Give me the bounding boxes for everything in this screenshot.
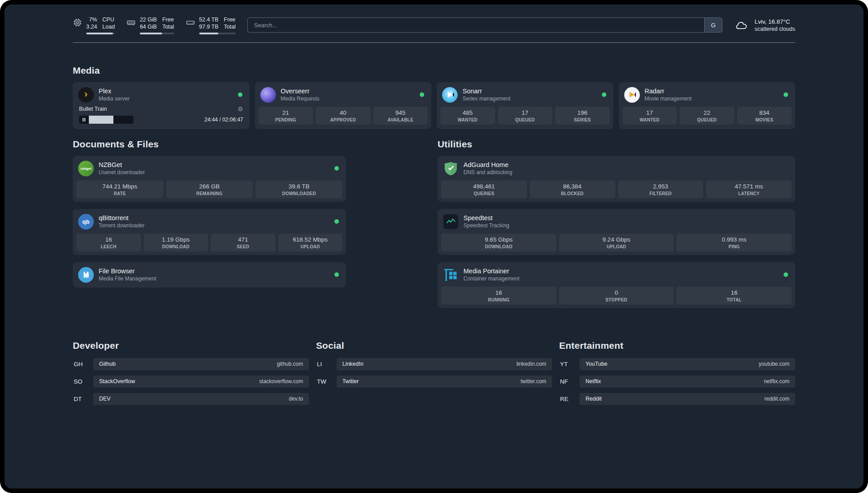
overseerr-card[interactable]: Overseerr Media Requests 21 PENDING 40 A… — [255, 82, 432, 129]
adguard-icon — [443, 161, 459, 176]
bookmark-abbr: YT — [559, 361, 574, 368]
bookmark-name: StackOverflow — [99, 378, 135, 384]
bookmark-stackoverflow[interactable]: SO StackOverflow stackoverflow.com — [73, 376, 309, 388]
radarr-desc: Movie management — [645, 96, 692, 102]
bookmark-dev[interactable]: DT DEV dev.to — [73, 393, 309, 405]
bookmark-youtube[interactable]: YT YouTube youtube.com — [559, 358, 795, 370]
bookmark-reddit[interactable]: RE Reddit reddit.com — [559, 393, 795, 405]
media-section: Media › Plex Media server Bullet Train ⚙ — [73, 65, 795, 129]
bookmark-twitter[interactable]: TW Twitter twitter.com — [316, 376, 552, 388]
overseerr-icon — [260, 87, 276, 103]
qbittorrent-card[interactable]: qb qBittorrent Torrent downloader 16 LEE… — [73, 209, 346, 255]
developer-section-title: Developer — [73, 340, 309, 351]
weather-location: Lviv, 16.87°C — [755, 18, 795, 25]
topbar-divider — [73, 42, 795, 43]
bookmark-name: LinkedIn — [342, 361, 363, 367]
stat-value: 16 — [442, 289, 555, 296]
qbittorrent-status-dot — [334, 219, 339, 224]
memory-icon — [126, 18, 136, 27]
portainer-icon — [443, 267, 459, 283]
gear-icon[interactable]: ⚙ — [238, 106, 243, 112]
bookmark-linkedin[interactable]: LI LinkedIn linkedin.com — [316, 358, 552, 370]
search-input[interactable] — [248, 18, 704, 32]
stat-value: 0.993 ms — [677, 236, 791, 243]
qbittorrent-stat-upload: 618.52 Mbps UPLOAD — [278, 234, 343, 251]
plex-name: Plex — [99, 88, 129, 95]
portainer-desc: Container management — [463, 276, 519, 282]
bookmark-github[interactable]: GH Github github.com — [73, 358, 309, 370]
nzbget-status-dot — [334, 166, 339, 171]
disk-icon — [186, 18, 195, 27]
bookmark-domain: netflix.com — [764, 378, 789, 384]
stat-label: QUEUED — [499, 117, 552, 122]
bookmark-netflix[interactable]: NF Netflix netflix.com — [559, 376, 795, 388]
bookmark-name: Twitter — [342, 378, 359, 384]
overseerr-name: Overseerr — [281, 88, 320, 95]
utilities-section-title: Utilities — [438, 139, 795, 150]
stat-label: UPLOAD — [560, 244, 673, 249]
pause-button[interactable] — [79, 116, 89, 124]
bookmark-domain: youtube.com — [759, 361, 789, 367]
qbittorrent-stat-seed: 471 SEED — [211, 234, 275, 251]
bookmark-domain: twitter.com — [521, 378, 546, 384]
bookmark-abbr: TW — [316, 378, 331, 385]
radarr-name: Radarr — [645, 88, 692, 95]
portainer-card[interactable]: Media Portainer Container management 16 … — [438, 262, 795, 308]
radarr-stat-movies: 834 MOVIES — [737, 107, 792, 125]
plex-icon: › — [78, 87, 94, 103]
stat-value: 0 — [560, 289, 673, 296]
stat-label: WANTED — [623, 117, 676, 122]
plex-desc: Media server — [99, 96, 129, 102]
nzbget-stat-remaining: 266 GB REMAINING — [166, 180, 253, 198]
stat-label: PING — [677, 244, 791, 249]
nzbget-card[interactable]: nzbget NZBGet Usenet downloader 744.21 M… — [73, 156, 346, 202]
adguard-desc: DNS and adblocking — [463, 169, 512, 175]
nzbget-name: NZBGet — [99, 161, 145, 168]
memory-free-label: Free — [162, 16, 174, 23]
qbittorrent-stat-leech: 16 LEECH — [76, 234, 141, 251]
speedtest-card[interactable]: Speedtest Speedtest Tracking 9.65 Gbps D… — [438, 209, 795, 255]
speedtest-stat-ping: 0.993 ms PING — [676, 234, 792, 251]
stat-value: 47.571 ms — [707, 183, 791, 190]
stat-value: 471 — [212, 236, 275, 243]
stat-label: DOWNLOADED — [256, 191, 342, 196]
stat-label: REMAINING — [167, 191, 252, 196]
sonarr-stat-queued: 17 QUEUED — [498, 107, 553, 125]
stat-value: 834 — [738, 109, 791, 116]
bookmark-abbr: LI — [316, 361, 331, 368]
qbittorrent-desc: Torrent downloader — [99, 222, 145, 229]
stat-value: 945 — [374, 109, 427, 116]
cpu-load-label: Load — [102, 23, 115, 30]
bookmark-name: Github — [99, 361, 116, 367]
qbittorrent-name: qBittorrent — [99, 214, 145, 221]
filebrowser-card[interactable]: File Browser Media File Management — [73, 262, 346, 288]
disk-total-value: 97.9 TB — [199, 23, 219, 30]
stat-label: DOWNLOAD — [145, 244, 208, 249]
player-progress — [79, 116, 134, 124]
radarr-card[interactable]: Radarr Movie management 17 WANTED 22 QUE… — [619, 82, 796, 129]
memory-widget: 22 GiB Free 64 GiB Total — [126, 16, 174, 34]
plex-card[interactable]: › Plex Media server Bullet Train ⚙ — [73, 82, 250, 129]
overseerr-stat-approved: 40 APPROVED — [316, 107, 371, 125]
adguard-card[interactable]: AdGuard Home DNS and adblocking 498,461 … — [438, 156, 795, 202]
overseerr-desc: Media Requests — [281, 96, 320, 102]
stat-label: QUERIES — [442, 191, 526, 196]
stat-value: 196 — [556, 109, 609, 116]
stat-label: FILTERED — [619, 191, 703, 196]
speedtest-stat-upload: 9.24 Gbps UPLOAD — [559, 234, 674, 251]
sonarr-card[interactable]: Sonarr Series management 485 WANTED 17 Q… — [437, 82, 613, 129]
overseerr-stat-pending: 21 PENDING — [259, 107, 313, 125]
adguard-name: AdGuard Home — [463, 161, 512, 168]
bookmarks-developer: Developer GH Github github.com SO StackO… — [73, 340, 309, 410]
stat-value: 618.52 Mbps — [279, 236, 342, 243]
stat-label: SEED — [212, 244, 275, 249]
bookmark-name: YouTube — [585, 361, 607, 367]
plex-now-playing: Bullet Train ⚙ 24:44 / 02:06:47 — [76, 106, 246, 125]
bookmark-abbr: RE — [559, 396, 574, 402]
stat-label: RUNNING — [442, 297, 555, 302]
filebrowser-icon — [78, 267, 94, 283]
qbittorrent-stat-download: 1.19 Gbps DOWNLOAD — [144, 234, 209, 251]
stat-value: 16 — [677, 289, 791, 296]
stat-label: DOWNLOAD — [442, 244, 555, 249]
search-provider-button[interactable]: G — [704, 18, 722, 32]
